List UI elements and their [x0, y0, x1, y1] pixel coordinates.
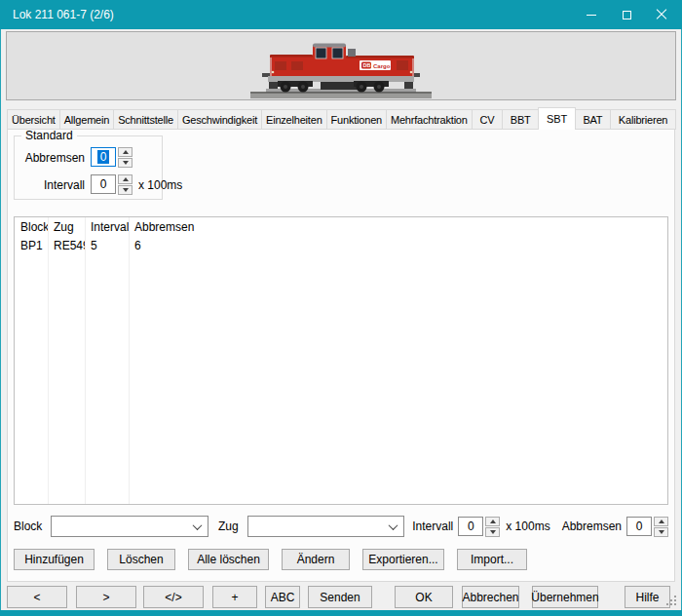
cell-intervall: 5 [85, 239, 129, 252]
dialog-footer: < > </> + ABC Senden OK Abbrechen Überne… [7, 586, 675, 608]
abbremsen-label: Abbremsen [19, 151, 91, 165]
exportieren-button[interactable]: Exportieren... [362, 549, 444, 570]
tab-cv[interactable]: CV [472, 109, 503, 130]
column-header-block[interactable]: Block [15, 220, 48, 234]
add-button[interactable]: + [212, 586, 257, 608]
block-label: Block [14, 520, 42, 533]
close-button[interactable] [644, 0, 679, 29]
compare-button[interactable]: </> [143, 586, 204, 608]
tab-uebersicht[interactable]: Übersicht [7, 109, 60, 130]
chevron-down-icon [193, 520, 203, 530]
window-border-bottom [0, 610, 682, 616]
abbrechen-button[interactable]: Abbrechen [462, 586, 519, 608]
editor-abbremsen-spin-down[interactable] [654, 527, 668, 537]
column-header-zug[interactable]: Zug [48, 220, 85, 234]
hilfe-button[interactable]: Hilfe [625, 586, 670, 608]
editor-abbremsen-input[interactable]: 0 [626, 517, 652, 536]
action-button-row: Hinzufügen Löschen Alle löschen Ändern E… [14, 549, 527, 570]
prev-loco-button[interactable]: < [7, 586, 67, 608]
ok-button[interactable]: OK [395, 586, 453, 608]
editor-abbremsen-spinner: 0 [626, 517, 668, 537]
abbremsen-spin-down-button[interactable] [118, 158, 133, 168]
uebernehmen-button[interactable]: Übernehmen [532, 586, 598, 608]
column-header-abbremsen[interactable]: Abbremsen [129, 220, 667, 234]
dialog-window: Lok 211 061-7 (2/6) [0, 0, 682, 616]
tab-allgemein[interactable]: Allgemein [59, 109, 115, 130]
table-row[interactable]: BP1 RE549 5 6 [15, 237, 667, 253]
tab-funktionen[interactable]: Funktionen [326, 109, 387, 130]
standard-groupbox: Standard Abbremsen 0 Intervall 0 [14, 135, 163, 200]
arrow-up-icon [659, 520, 664, 523]
arrow-up-icon [490, 520, 496, 523]
abbremsen-spinner-input[interactable]: 0 [91, 147, 116, 167]
arrow-down-icon [123, 188, 129, 192]
cargo-logo-text: Cargo [373, 62, 391, 68]
arrow-down-icon [659, 530, 664, 534]
window-border-left [0, 29, 1, 616]
alle-loeschen-button[interactable]: Alle löschen [188, 549, 269, 570]
tab-geschwindigkeit[interactable]: Geschwindigkeit [177, 109, 262, 130]
title-bar[interactable]: Lok 211 061-7 (2/6) [0, 0, 682, 29]
column-separator [85, 217, 86, 504]
maximize-icon [623, 11, 631, 19]
column-separator [129, 217, 130, 504]
close-icon [656, 9, 667, 20]
tab-einzelheiten[interactable]: Einzelheiten [261, 109, 327, 130]
arrow-down-icon [490, 530, 496, 534]
tab-bat[interactable]: BAT [575, 109, 611, 130]
table-header-row: Block Zug Intervall Abbremsen [15, 217, 667, 237]
minimize-button[interactable] [574, 0, 609, 29]
column-header-intervall[interactable]: Intervall [85, 220, 129, 234]
import-button[interactable]: Import... [457, 549, 527, 570]
column-separator [48, 217, 49, 504]
arrow-up-icon [123, 177, 129, 181]
senden-button[interactable]: Senden [308, 586, 372, 608]
block-combobox[interactable] [51, 516, 208, 537]
locomotive-image: DB Cargo [250, 32, 432, 100]
intervall-unit-label: x 100ms [138, 178, 182, 192]
editor-intervall-unit-label: x 100ms [506, 520, 549, 533]
zug-combobox[interactable] [247, 516, 405, 537]
intervall-spinner-input[interactable]: 0 [91, 174, 116, 194]
editor-abbremsen-label: Abbremsen [562, 520, 622, 533]
tab-schnittstelle[interactable]: Schnittstelle [113, 109, 178, 130]
next-loco-button[interactable]: > [76, 586, 136, 608]
intervall-spin-up-button[interactable] [118, 174, 133, 184]
tab-mehrfachtraktion[interactable]: Mehrfachtraktion [386, 109, 473, 130]
abc-button[interactable]: ABC [265, 586, 300, 608]
editor-intervall-label: Intervall [412, 520, 453, 533]
window-controls [574, 0, 679, 29]
abbremsen-spin-up-button[interactable] [118, 147, 133, 157]
tab-sbt[interactable]: SBT [538, 107, 575, 130]
editor-abbremsen-spin-up[interactable] [654, 517, 668, 526]
standard-groupbox-legend: Standard [21, 129, 77, 142]
cell-abbremsen: 6 [129, 239, 667, 252]
aendern-button[interactable]: Ändern [282, 549, 350, 570]
tab-bbt[interactable]: BBT [502, 109, 539, 130]
tab-kalibrieren[interactable]: Kalibrieren [610, 109, 676, 130]
intervall-spinner: 0 [91, 174, 133, 195]
intervall-label: Intervall [19, 178, 91, 192]
editor-intervall-input[interactable]: 0 [458, 517, 483, 536]
tab-strip: Übersicht Allgemein Schnittstelle Geschw… [7, 107, 675, 130]
hinzufuegen-button[interactable]: Hinzufügen [14, 549, 95, 570]
abbremsen-spinner: 0 [91, 147, 133, 168]
loeschen-button[interactable]: Löschen [107, 549, 175, 570]
editor-intervall-spin-up[interactable] [485, 517, 500, 526]
minimize-icon [587, 15, 596, 16]
chevron-down-icon [389, 520, 398, 530]
window-title: Lok 211 061-7 (2/6) [13, 8, 114, 21]
sbt-tab-page: Standard Abbremsen 0 Intervall 0 [7, 129, 675, 582]
resize-grip[interactable] [666, 596, 678, 607]
db-logo-text: DB [363, 62, 371, 68]
zug-label: Zug [218, 520, 239, 533]
locomotive-preview-panel: DB Cargo [6, 31, 676, 100]
block-table[interactable]: Block Zug Intervall Abbremsen BP1 RE549 … [14, 216, 668, 505]
cell-zug: RE549 [48, 239, 85, 252]
editor-intervall-spin-down[interactable] [485, 527, 500, 537]
arrow-up-icon [123, 150, 129, 154]
maximize-button[interactable] [609, 0, 644, 29]
intervall-spin-down-button[interactable] [118, 185, 133, 195]
arrow-down-icon [123, 161, 129, 165]
cell-block: BP1 [15, 239, 48, 252]
